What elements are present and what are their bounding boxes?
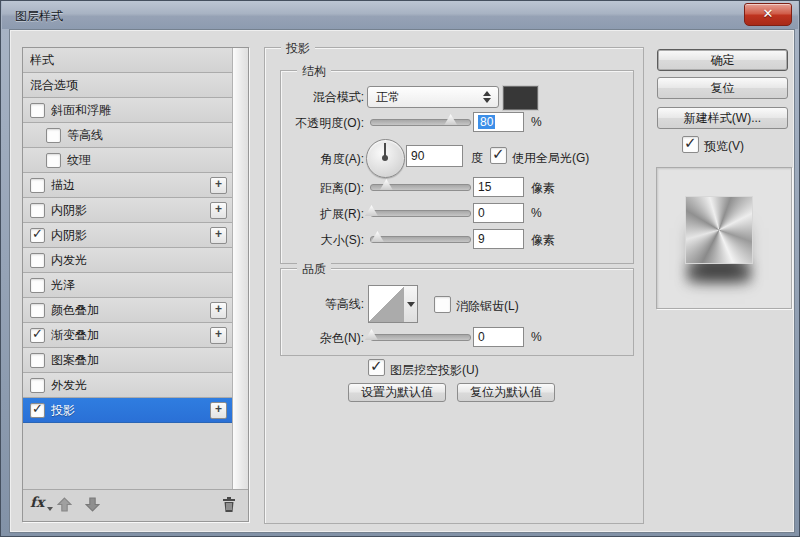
contour-label: 等高线: [140, 296, 364, 313]
preview-thumbnail [685, 196, 753, 264]
ok-button[interactable]: 确定 [657, 49, 788, 71]
dialog-title: 图层样式 [15, 8, 63, 25]
effect-checkbox[interactable] [46, 153, 61, 168]
sidebar-item-pattern-overlay[interactable]: 图案叠加 [23, 348, 233, 373]
spread-unit: % [531, 206, 542, 220]
effect-checkbox[interactable] [30, 228, 45, 243]
effect-label: 内发光 [51, 252, 227, 269]
preview-label: 预览(V) [704, 138, 744, 155]
distance-input[interactable]: 15 [473, 177, 524, 197]
noise-input[interactable]: 0 [473, 327, 524, 347]
sidebar-item-drop-shadow[interactable]: 投影+ [23, 398, 233, 423]
effect-checkbox[interactable] [30, 103, 45, 118]
chevron-down-icon [47, 507, 53, 511]
opacity-label: 不透明度(O): [140, 115, 364, 132]
effect-checkbox[interactable] [30, 303, 45, 318]
antialias-label: 消除锯齿(L) [456, 298, 519, 315]
move-effect-up-icon[interactable] [57, 497, 72, 512]
global-light-label: 使用全局光(G) [512, 150, 589, 167]
effect-checkbox[interactable] [30, 378, 45, 393]
titlebar[interactable]: 图层样式 ✕ [2, 1, 798, 29]
sidebar-toolbar: fx [23, 489, 248, 521]
size-slider[interactable] [370, 236, 471, 243]
effect-label: 图案叠加 [51, 352, 227, 369]
opacity-input[interactable]: 80 [473, 112, 524, 132]
sidebar-item-styles[interactable]: 样式 [23, 48, 233, 73]
size-label: 大小(S): [140, 232, 364, 249]
effect-checkbox[interactable] [46, 128, 61, 143]
fx-menu-button[interactable]: fx [30, 494, 44, 510]
updown-arrows-icon [483, 91, 491, 103]
angle-dial[interactable] [366, 139, 405, 178]
reset-default-button[interactable]: 复位为默认值 [457, 383, 555, 402]
shadow-color-swatch[interactable] [503, 86, 538, 110]
antialias-checkbox[interactable] [434, 296, 451, 313]
angle-hub [382, 155, 388, 161]
sidebar-item-outer-glow[interactable]: 外发光 [23, 373, 233, 398]
noise-unit: % [531, 330, 542, 344]
effect-label: 投影 [51, 402, 210, 419]
global-light-checkbox[interactable] [490, 147, 507, 164]
distance-slider[interactable] [370, 184, 471, 191]
opacity-slider[interactable] [370, 119, 471, 126]
effect-checkbox[interactable] [30, 278, 45, 293]
contour-thumbnail [369, 286, 405, 322]
layer-style-dialog: 图层样式 ✕ 样式混合选项斜面和浮雕等高线纹理描边+内阴影+内阴影+内发光光泽颜… [0, 0, 800, 537]
effect-checkbox[interactable] [30, 403, 45, 418]
structure-legend: 结构 [297, 63, 331, 80]
blend-mode-label: 混合模式: [140, 89, 364, 106]
close-icon[interactable]: ✕ [744, 3, 792, 26]
distance-label: 距离(D): [140, 180, 364, 197]
contour-picker[interactable] [368, 285, 418, 323]
distance-unit: 像素 [531, 180, 555, 197]
sidebar-item-satin[interactable]: 光泽 [23, 273, 233, 298]
angle-input[interactable]: 90 [406, 145, 463, 167]
add-effect-icon[interactable]: + [210, 402, 227, 419]
preview-drop-shadow [687, 264, 751, 282]
preview-checkbox[interactable] [682, 136, 699, 153]
effect-checkbox[interactable] [30, 203, 45, 218]
trash-icon[interactable] [222, 497, 236, 512]
spread-slider[interactable] [370, 210, 471, 217]
new-style-button[interactable]: 新建样式(W)... [657, 107, 788, 129]
effect-checkbox[interactable] [30, 328, 45, 343]
effect-checkbox[interactable] [30, 353, 45, 368]
effect-label: 光泽 [51, 277, 227, 294]
dialog-body: 样式混合选项斜面和浮雕等高线纹理描边+内阴影+内阴影+内发光光泽颜色叠加+渐变叠… [9, 29, 795, 533]
make-default-button[interactable]: 设置为默认值 [348, 383, 446, 402]
opacity-unit: % [531, 115, 542, 129]
noise-label: 杂色(N): [140, 330, 364, 347]
reset-button[interactable]: 复位 [657, 77, 788, 99]
angle-label: 角度(A): [140, 151, 364, 168]
spread-label: 扩展(R): [140, 206, 364, 223]
effect-checkbox[interactable] [30, 253, 45, 268]
size-unit: 像素 [531, 232, 555, 249]
panel-title: 投影 [281, 40, 315, 57]
chevron-down-icon [407, 302, 415, 307]
layer-knockout-label: 图层挖空投影(U) [390, 362, 479, 379]
style-preview-panel [656, 167, 792, 309]
noise-slider[interactable] [370, 334, 471, 341]
effect-checkbox[interactable] [30, 178, 45, 193]
effect-label: 外发光 [51, 377, 227, 394]
layer-knockout-checkbox[interactable] [368, 359, 385, 376]
quality-legend: 品质 [297, 261, 331, 278]
size-input[interactable]: 9 [473, 229, 524, 249]
sidebar-item-inner-glow[interactable]: 内发光 [23, 248, 233, 273]
contour-dropdown-button[interactable] [404, 286, 417, 322]
effect-label: 样式 [30, 52, 227, 69]
blend-mode-select[interactable]: 正常 [367, 86, 499, 108]
move-effect-down-icon[interactable] [85, 497, 100, 512]
angle-unit: 度 [471, 150, 483, 167]
spread-input[interactable]: 0 [473, 203, 524, 223]
blend-mode-value: 正常 [376, 90, 400, 104]
